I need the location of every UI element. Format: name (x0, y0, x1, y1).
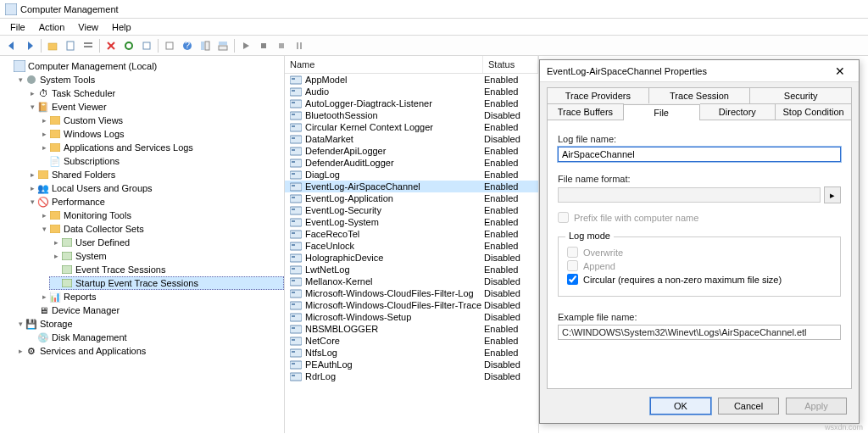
row-name: HolographicDevice (305, 253, 484, 263)
tab-directory[interactable]: Directory (700, 103, 776, 120)
tree-monitoring-tools[interactable]: ▸Monitoring Tools (37, 209, 284, 222)
tree-label: Storage (40, 319, 73, 329)
tab-trace-session[interactable]: Trace Session (649, 87, 751, 103)
list-row[interactable]: Circular Kernel Context LoggerEnabled (285, 121, 538, 133)
tab-security[interactable]: Security (750, 87, 852, 103)
list-row[interactable]: FaceRecoTelEnabled (285, 228, 538, 240)
svg-rect-78 (292, 327, 295, 329)
menu-file[interactable]: File (3, 20, 32, 34)
apply-button[interactable]: Apply (786, 398, 847, 415)
tree-system-tools[interactable]: ▾System Tools (14, 73, 284, 86)
delete-button[interactable] (103, 37, 120, 54)
tree-windows-logs[interactable]: ▸Windows Logs (37, 127, 284, 141)
pane1-button[interactable] (197, 37, 214, 54)
tree-system-dcs[interactable]: ▸System (49, 249, 284, 263)
list-row[interactable]: DefenderAuditLoggerEnabled (285, 157, 538, 169)
list-row[interactable]: EventLog-SecurityEnabled (285, 204, 538, 216)
refresh-button[interactable] (120, 37, 137, 54)
tab-stop-condition[interactable]: Stop Condition (776, 103, 852, 120)
pause-button[interactable] (291, 37, 308, 54)
close-icon[interactable]: ✕ (828, 64, 852, 78)
tree-event-trace-sessions[interactable]: Event Trace Sessions (49, 263, 284, 276)
list-row[interactable]: PEAuthLogDisabled (285, 359, 538, 370)
list-row[interactable]: NtfsLogEnabled (285, 347, 538, 359)
stop-button[interactable] (273, 37, 290, 54)
tree-app-svc-logs[interactable]: ▸Applications and Services Logs (37, 141, 284, 154)
list-row[interactable]: DiagLogEnabled (285, 169, 538, 181)
list-row[interactable]: EventLog-AirSpaceChannelEnabled (285, 181, 538, 192)
list-row[interactable]: NBSMBLOGGEREnabled (285, 323, 538, 335)
forward-button[interactable] (21, 37, 38, 54)
cancel-button[interactable]: Cancel (718, 398, 779, 415)
row-status: Disabled (484, 288, 533, 298)
tree-shared-folders[interactable]: ▸Shared Folders (25, 168, 284, 181)
tree-reports[interactable]: ▸📊Reports (37, 290, 284, 303)
list-row[interactable]: EventLog-SystemEnabled (285, 216, 538, 228)
tree-subscriptions[interactable]: 📄Subscriptions (37, 154, 284, 168)
tab-file[interactable]: File (624, 104, 700, 120)
pane2-button[interactable] (214, 37, 231, 54)
menu-help[interactable]: Help (105, 20, 138, 34)
list-row[interactable]: Microsoft-Windows-CloudFiles-Filter-Trac… (285, 299, 538, 311)
tree-user-defined[interactable]: ▸User Defined (49, 236, 284, 249)
list-row[interactable]: Mellanox-KernelDisabled (285, 275, 538, 287)
list-row[interactable]: RdrLogDisabled (285, 370, 538, 382)
svg-rect-0 (5, 3, 17, 15)
tree-root[interactable]: Computer Management (Local) (2, 59, 284, 73)
tree-local-users[interactable]: ▸👥Local Users and Groups (25, 181, 284, 195)
export-button[interactable] (138, 37, 155, 54)
properties-button[interactable] (161, 37, 178, 54)
dialog-titlebar[interactable]: EventLog-AirSpaceChannel Properties ✕ (540, 60, 859, 82)
help-button[interactable]: ? (179, 37, 196, 54)
tree-task-scheduler[interactable]: ▸⏱Task Scheduler (25, 86, 284, 100)
list-row[interactable]: FaceUnlockEnabled (285, 240, 538, 252)
tree-event-viewer[interactable]: ▾📔Event Viewer (25, 100, 284, 114)
format-more-button[interactable]: ▸ (824, 186, 841, 203)
tree-services-apps[interactable]: ▸⚙Services and Applications (14, 344, 284, 358)
list-row[interactable]: NetCoreEnabled (285, 335, 538, 347)
ok-button[interactable]: OK (650, 398, 711, 415)
list-row[interactable]: EventLog-ApplicationEnabled (285, 192, 538, 204)
play-button[interactable] (237, 37, 254, 54)
tree-data-collector-sets[interactable]: ▾Data Collector Sets (37, 222, 284, 236)
col-name[interactable]: Name (285, 56, 483, 73)
svg-rect-45 (290, 136, 302, 143)
list-row[interactable]: HolographicDeviceDisabled (285, 252, 538, 264)
tree-performance[interactable]: ▾🚫Performance (25, 195, 284, 209)
tree-label: User Defined (75, 237, 130, 248)
list-row[interactable]: DataMarketDisabled (285, 133, 538, 145)
col-status[interactable]: Status (483, 56, 538, 73)
tree-storage[interactable]: ▾💾Storage (14, 317, 284, 331)
list-button[interactable] (80, 37, 97, 54)
tree-disk-mgmt[interactable]: 💿Disk Management (25, 331, 284, 344)
list-body[interactable]: AppModelEnabledAudioEnabledAutoLogger-Di… (285, 74, 538, 433)
checkbox-circular[interactable]: Circular (requires a non-zero maximum fi… (567, 274, 832, 285)
input-log-file-name[interactable] (558, 147, 841, 162)
list-row[interactable]: LwtNetLogEnabled (285, 264, 538, 275)
list-row[interactable]: AppModelEnabled (285, 74, 538, 86)
svg-rect-39 (290, 100, 302, 108)
tree-device-manager[interactable]: 🖥Device Manager (25, 303, 284, 317)
list-row[interactable]: BluetoothSessionDisabled (285, 109, 538, 121)
svg-rect-16 (219, 42, 227, 45)
up-button[interactable] (44, 37, 61, 54)
list-row[interactable]: AudioEnabled (285, 86, 538, 97)
checkbox-circular-input[interactable] (567, 274, 578, 285)
page-button[interactable] (62, 37, 79, 54)
menu-action[interactable]: Action (32, 20, 72, 34)
back-button[interactable] (3, 37, 20, 54)
tree-startup-event-trace[interactable]: Startup Event Trace Sessions (49, 276, 284, 290)
tree-label: Shared Folders (52, 170, 115, 180)
menu-view[interactable]: View (71, 20, 105, 34)
tree-custom-views[interactable]: ▸Custom Views (37, 114, 284, 127)
tree-pane[interactable]: Computer Management (Local) ▾System Tool… (0, 56, 285, 433)
tab-trace-providers[interactable]: Trace Providers (547, 87, 649, 103)
list-row[interactable]: AutoLogger-Diagtrack-ListenerEnabled (285, 97, 538, 109)
list-row[interactable]: Microsoft-Windows-CloudFiles-Filter-LogD… (285, 287, 538, 299)
list-row[interactable]: Microsoft-Windows-SetupDisabled (285, 311, 538, 323)
record-button[interactable] (255, 37, 272, 54)
list-row[interactable]: DefenderApiLoggerEnabled (285, 145, 538, 157)
svg-rect-59 (290, 219, 302, 226)
trace-icon (290, 336, 302, 346)
tab-trace-buffers[interactable]: Trace Buffers (547, 103, 624, 120)
